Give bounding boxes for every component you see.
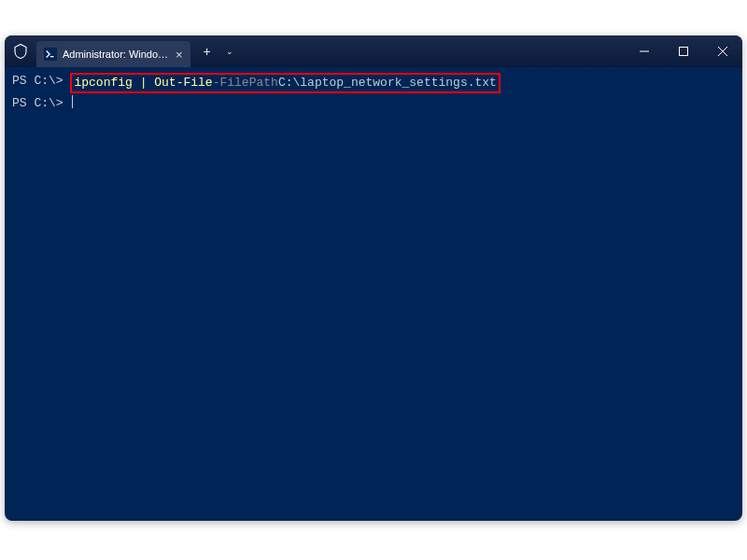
svg-rect-2 [680,48,688,56]
powershell-icon [44,48,57,61]
cursor [72,95,73,108]
terminal-line-2: PS C:\> [12,95,735,112]
terminal-line-1: PS C:\> ipconfig | Out-File -FilePath C:… [12,73,735,93]
window-close-button[interactable] [703,35,742,67]
title-bar: Administrator: Windows Powe × + ⌄ [5,35,742,67]
new-tab-button[interactable]: + [198,42,217,61]
command-text: ipconfig | Out-File [74,75,212,91]
command-param: -FilePath [213,75,278,91]
tab-actions: + ⌄ [198,42,237,61]
tab-title: Administrator: Windows Powe [63,49,170,60]
terminal-tab[interactable]: Administrator: Windows Powe × [36,41,190,67]
terminal-content[interactable]: PS C:\> ipconfig | Out-File -FilePath C:… [5,67,742,119]
tab-dropdown-button[interactable]: ⌄ [222,45,237,58]
maximize-button[interactable] [664,35,703,67]
highlighted-command: ipconfig | Out-File -FilePath C:\laptop_… [70,73,500,93]
prompt: PS C:\> [12,73,70,90]
prompt: PS C:\> [12,95,70,112]
command-path: C:\laptop_network_settings.txt [278,75,497,91]
tab-close-button[interactable]: × [176,48,183,62]
window-controls [625,35,742,67]
minimize-button[interactable] [625,35,664,67]
shield-icon [12,43,29,60]
terminal-window: Administrator: Windows Powe × + ⌄ PS C:\… [5,35,742,521]
